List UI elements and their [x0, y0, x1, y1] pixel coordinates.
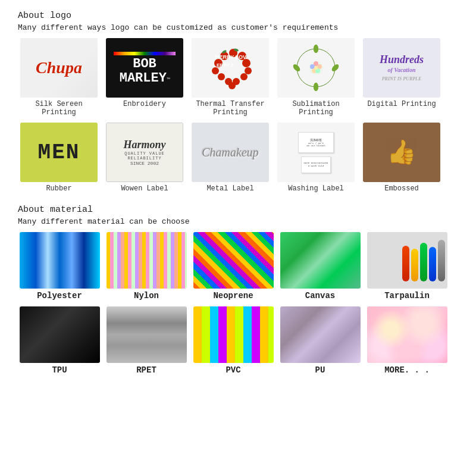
sublimation-img	[277, 38, 355, 98]
more-label: MORE. . .	[384, 365, 430, 375]
logo-section: About logo Many different ways logo can …	[18, 11, 458, 196]
section-divider	[18, 199, 458, 205]
page: About logo Many different ways logo can …	[0, 0, 476, 392]
nylon-swatch	[107, 232, 187, 289]
men-text: MEN	[38, 140, 80, 165]
svg-point-5	[212, 67, 219, 74]
material-item-more: MORE. . .	[365, 306, 449, 378]
logo-item-washing: 洗涤标签 30°C / 86°F Do not bleach Care Inst…	[275, 123, 357, 196]
material-img-nylon	[107, 232, 187, 289]
material-item-tpu: TPU	[18, 306, 101, 378]
cherry-img: HERRY LOV ERRY T	[192, 38, 269, 98]
woven-img: Harmony QUALITY VALUE RELIABILITY SINCE …	[106, 123, 183, 182]
rubber-label: Rubber	[46, 184, 71, 193]
material-img-tpu	[20, 306, 100, 363]
svg-point-6	[245, 67, 252, 74]
logo-section-title: About logo	[18, 11, 458, 21]
svg-point-21	[314, 45, 318, 53]
canvas-label: Canvas	[305, 291, 335, 300]
logo-item-woven: Harmony QUALITY VALUE RELIABILITY SINCE …	[104, 123, 186, 196]
logo-item-embossed: 👍 Embossed	[361, 123, 443, 196]
svg-point-28	[317, 64, 322, 69]
material-img-neoprene	[193, 232, 274, 289]
roll-blue	[429, 247, 436, 281]
svg-point-31	[314, 66, 318, 70]
material-section: About material Many different material c…	[18, 205, 458, 378]
material-item-pvc: PVC	[192, 306, 275, 378]
material-img-rpet	[107, 306, 187, 363]
rpet-label: RPET	[136, 365, 156, 375]
roll-gray	[438, 240, 445, 281]
material-section-desc: Many different material can be choose	[18, 217, 458, 226]
nylon-label: Nylon	[134, 291, 159, 300]
digital-label: Digital Printing	[367, 100, 436, 108]
bob-rainbow	[114, 52, 176, 55]
logo-img-digital: Hundreds of Vacation PRINT IS PURPLE	[363, 38, 440, 98]
logo-img-rubber: MEN	[20, 123, 98, 182]
material-img-pvc	[193, 306, 274, 363]
metal-script: Chamakeup	[202, 146, 259, 159]
material-item-pu: PU	[278, 306, 362, 378]
digital-img: Hundreds of Vacation PRINT IS PURPLE	[363, 38, 440, 98]
material-section-title: About material	[18, 205, 458, 215]
pvc-swatch	[193, 306, 274, 363]
logo-img-silk: Chupa	[20, 38, 98, 98]
metal-img: Chamakeup	[192, 123, 269, 182]
wreath-svg	[289, 44, 343, 92]
neoprene-label: Neoprene	[213, 291, 253, 300]
pu-swatch	[280, 306, 361, 363]
embossed-img: 👍	[363, 123, 440, 182]
washing-label: Washing Label	[288, 184, 344, 193]
pu-label: PU	[315, 365, 325, 375]
logo-item-embroidery: BOB MARLEY™ Enbroidery	[104, 38, 186, 120]
logo-row-1: Chupa Silk Sereen Printing BOB MARLEY™ E…	[18, 38, 458, 120]
washing-img: 洗涤标签 30°C / 86°F Do not bleach Care Inst…	[277, 123, 355, 182]
material-item-tarpaulin: Tarpaulin	[365, 232, 449, 304]
material-item-polyester: Polyester	[18, 232, 101, 304]
tarp-rolls-container	[402, 240, 445, 281]
svg-point-27	[310, 64, 315, 69]
harmony-text: Harmony	[107, 139, 183, 151]
sublimation-label: Sublimation Printing	[275, 100, 357, 117]
embroidery-label: Enbroidery	[123, 100, 166, 108]
rubber-img: MEN	[20, 123, 98, 182]
roll-yellow	[411, 249, 418, 281]
woven-label: Wowen Label	[121, 184, 168, 193]
digital-text: Hundreds of Vacation PRINT IS PURPLE	[380, 54, 424, 82]
svg-text:HERRY LOV: HERRY LOV	[215, 54, 246, 60]
washing-card-1: 洗涤标签 30°C / 86°F Do not bleach	[298, 132, 334, 153]
svg-point-24	[292, 63, 302, 73]
washing-card-2: Care Instructions ♻ Wash Cold	[301, 156, 331, 173]
logo-img-washing: 洗涤标签 30°C / 86°F Do not bleach Care Inst…	[277, 123, 355, 182]
tarpaulin-label: Tarpaulin	[384, 291, 430, 300]
chupa-text: Chupa	[36, 58, 82, 77]
logo-img-embroidery: BOB MARLEY™	[106, 38, 183, 98]
harmony-sub: QUALITY VALUE RELIABILITY	[107, 151, 183, 161]
logo-item-digital: Hundreds of Vacation PRINT IS PURPLE Dig…	[361, 38, 443, 120]
material-item-canvas: Canvas	[278, 232, 362, 304]
silk-label: Silk Sereen Printing	[18, 100, 100, 117]
logo-row-2: MEN Rubber Harmony QUALITY VALUE RELIABI…	[18, 123, 458, 196]
neoprene-swatch	[193, 232, 274, 289]
material-img-more	[367, 306, 447, 363]
logo-img-thermal: HERRY LOV ERRY T	[192, 38, 269, 98]
tpu-label: TPU	[52, 365, 67, 375]
bobmarley-img: BOB MARLEY™	[106, 38, 183, 98]
material-img-canvas	[280, 232, 361, 289]
logo-section-desc: Many different ways logo can be customiz…	[18, 23, 458, 32]
polyester-swatch	[20, 232, 100, 289]
svg-point-4	[242, 59, 250, 67]
thermal-label: Thermal Transfer Printing	[189, 100, 271, 117]
cherry-svg: HERRY LOV ERRY T	[203, 44, 257, 92]
material-item-nylon: Nylon	[105, 232, 188, 304]
material-img-polyester	[20, 232, 100, 289]
pvc-label: PVC	[226, 365, 240, 375]
logo-item-silk: Chupa Silk Sereen Printing	[18, 38, 100, 120]
harmony-container: Harmony QUALITY VALUE RELIABILITY SINCE …	[107, 139, 183, 166]
logo-img-sublimation	[277, 38, 355, 98]
logo-img-embossed: 👍	[363, 123, 440, 182]
svg-point-11	[228, 82, 236, 89]
svg-point-23	[314, 83, 318, 91]
material-row-2: TPU RPET PVC PU	[18, 306, 458, 378]
logo-item-metal: Chamakeup Metal Label	[189, 123, 271, 196]
